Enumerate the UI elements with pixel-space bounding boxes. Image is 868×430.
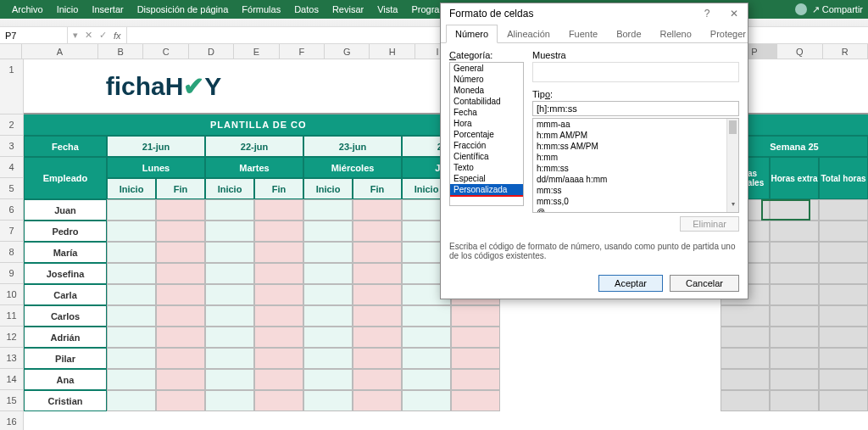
format-item[interactable]: h:mm:ss AM/PM (533, 141, 738, 152)
summary-cell[interactable] (721, 305, 770, 327)
time-cell[interactable] (254, 263, 303, 284)
category-item[interactable]: Moneda (450, 85, 523, 96)
time-cell[interactable] (107, 263, 156, 284)
time-cell[interactable] (303, 348, 353, 369)
time-cell[interactable] (303, 390, 353, 411)
fx-icon[interactable]: fx (114, 31, 121, 41)
row-header[interactable]: 11 (0, 305, 24, 327)
col-header[interactable]: E (234, 44, 279, 59)
time-cell[interactable] (402, 348, 451, 369)
format-item[interactable]: h:mm AM/PM (533, 130, 738, 141)
category-item[interactable]: General (450, 63, 523, 74)
cancelar-button[interactable]: Cancelar (670, 275, 739, 292)
row-header[interactable]: 16 (0, 411, 24, 430)
row-header[interactable]: 5 (0, 178, 24, 199)
time-cell[interactable] (107, 348, 156, 369)
row-header[interactable]: 14 (0, 369, 24, 390)
format-item[interactable]: mmm-aa (533, 119, 738, 130)
time-cell[interactable] (353, 305, 402, 327)
summary-cell[interactable] (819, 305, 868, 327)
time-cell[interactable] (107, 199, 156, 221)
row-header[interactable]: 4 (0, 157, 24, 178)
time-cell[interactable] (353, 242, 402, 263)
time-cell[interactable] (107, 369, 156, 390)
time-cell[interactable] (353, 390, 402, 411)
category-item[interactable]: Hora (450, 118, 523, 129)
category-item[interactable]: Personalizada (450, 184, 523, 195)
summary-cell[interactable] (770, 221, 819, 242)
col-header[interactable]: C (143, 44, 188, 59)
format-item[interactable]: mm:ss (533, 185, 738, 196)
time-cell[interactable] (303, 284, 353, 305)
summary-cell[interactable] (770, 284, 819, 305)
time-cell[interactable] (353, 221, 402, 242)
category-item[interactable]: Especial (450, 173, 523, 184)
summary-cell[interactable] (819, 199, 868, 221)
row-header[interactable]: 1 (0, 59, 24, 114)
summary-cell[interactable] (770, 327, 819, 348)
time-cell[interactable] (156, 348, 205, 369)
ribbon-tab-archivo[interactable]: Archivo (5, 0, 50, 19)
time-cell[interactable] (303, 199, 353, 221)
summary-cell[interactable] (721, 327, 770, 348)
scroll-down-icon[interactable]: ▾ (727, 200, 738, 212)
dialog-tab-relleno[interactable]: Relleno (651, 25, 701, 43)
ribbon-tab-disposicion[interactable]: Disposición de página (131, 0, 236, 19)
category-item[interactable]: Científica (450, 151, 523, 162)
col-header[interactable]: H (370, 44, 415, 59)
time-cell[interactable] (254, 305, 303, 327)
time-cell[interactable] (254, 348, 303, 369)
summary-cell[interactable] (721, 390, 770, 411)
tipo-input[interactable] (532, 101, 739, 116)
time-cell[interactable] (205, 327, 254, 348)
format-item[interactable]: mm:ss,0 (533, 196, 738, 207)
time-cell[interactable] (254, 242, 303, 263)
dialog-close-icon[interactable]: ✕ (721, 3, 748, 24)
time-cell[interactable] (303, 221, 353, 242)
col-header[interactable]: D (189, 44, 234, 59)
time-cell[interactable] (451, 305, 500, 327)
scrollbar[interactable]: ▴ ▾ (726, 119, 738, 212)
time-cell[interactable] (107, 284, 156, 305)
category-list[interactable]: GeneralNúmeroMonedaContabilidadFechaHora… (449, 62, 524, 206)
ribbon-tab-inicio[interactable]: Inicio (50, 0, 86, 19)
summary-cell[interactable] (770, 263, 819, 284)
time-cell[interactable] (254, 221, 303, 242)
category-item[interactable]: Contabilidad (450, 96, 523, 107)
time-cell[interactable] (353, 199, 402, 221)
time-cell[interactable] (353, 348, 402, 369)
time-cell[interactable] (205, 348, 254, 369)
row-header[interactable]: 8 (0, 242, 24, 263)
summary-cell[interactable] (770, 348, 819, 369)
time-cell[interactable] (402, 305, 451, 327)
time-cell[interactable] (156, 305, 205, 327)
aceptar-button[interactable]: Aceptar (598, 275, 663, 292)
format-item[interactable]: dd/mm/aaaa h:mm (533, 174, 738, 185)
time-cell[interactable] (156, 221, 205, 242)
summary-cell[interactable] (819, 327, 868, 348)
summary-cell[interactable] (819, 369, 868, 390)
col-header[interactable]: A (22, 44, 98, 59)
time-cell[interactable] (353, 327, 402, 348)
row-header[interactable]: 9 (0, 263, 24, 284)
eliminar-button[interactable]: Eliminar (680, 216, 739, 232)
time-cell[interactable] (254, 199, 303, 221)
time-cell[interactable] (254, 327, 303, 348)
time-cell[interactable] (402, 369, 451, 390)
ribbon-tab-vista[interactable]: Vista (370, 0, 404, 19)
summary-cell[interactable] (819, 242, 868, 263)
name-box[interactable]: P7 (0, 27, 68, 43)
time-cell[interactable] (254, 390, 303, 411)
row-header[interactable]: 7 (0, 221, 24, 242)
dialog-tab-numero[interactable]: Número (446, 25, 498, 43)
category-item[interactable]: Fecha (450, 107, 523, 118)
time-cell[interactable] (107, 242, 156, 263)
category-item[interactable]: Texto (450, 162, 523, 173)
time-cell[interactable] (402, 390, 451, 411)
row-header[interactable]: 2 (0, 114, 24, 136)
summary-cell[interactable] (819, 284, 868, 305)
col-header[interactable]: B (98, 44, 143, 59)
summary-cell[interactable] (770, 242, 819, 263)
row-header[interactable]: 6 (0, 199, 24, 221)
time-cell[interactable] (451, 390, 500, 411)
